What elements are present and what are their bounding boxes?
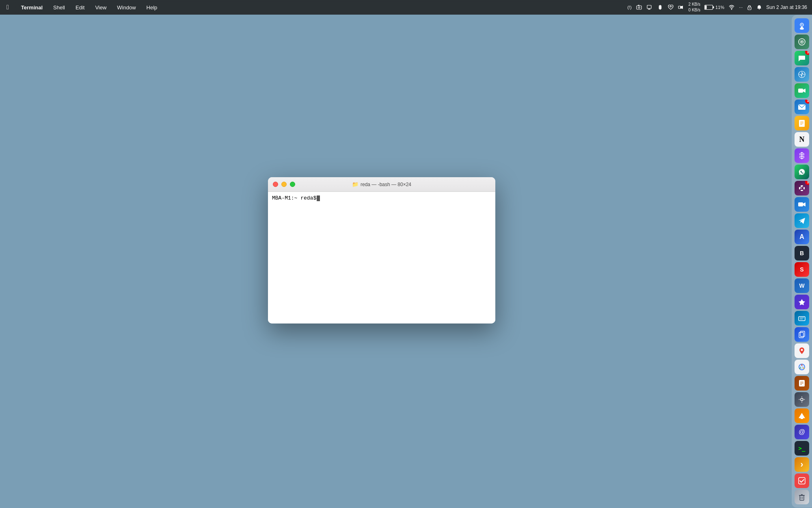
maximize-button[interactable] bbox=[290, 182, 295, 187]
svg-marker-34 bbox=[803, 89, 806, 93]
dock-word[interactable]: W bbox=[795, 278, 809, 293]
menubar-edit[interactable]: Edit bbox=[74, 4, 86, 11]
menubar-view[interactable]: View bbox=[93, 4, 108, 11]
svg-line-57 bbox=[803, 368, 805, 369]
dock-scrobbles[interactable]: S bbox=[795, 262, 809, 277]
svg-rect-44 bbox=[801, 190, 803, 191]
menubar-shell[interactable]: Shell bbox=[52, 4, 67, 11]
dock-artstudio[interactable] bbox=[795, 295, 809, 309]
dock-googlemaps[interactable] bbox=[795, 343, 809, 358]
menubar-right: (!) 2 KB/s 0 KB/s 11% ··· bbox=[627, 2, 807, 13]
lock-icon[interactable] bbox=[747, 4, 752, 10]
svg-marker-32 bbox=[800, 74, 802, 77]
prompt-text: MBA-M1:~ reda$ bbox=[272, 195, 316, 201]
svg-rect-4 bbox=[648, 9, 650, 9]
battery-indicator[interactable]: 11% bbox=[704, 5, 724, 10]
recorder-status[interactable] bbox=[678, 4, 685, 11]
window-buttons bbox=[273, 182, 295, 187]
dock-artstudio2[interactable]: @ bbox=[795, 425, 809, 439]
svg-rect-33 bbox=[798, 89, 803, 93]
dropbox-status[interactable] bbox=[657, 4, 663, 11]
dock-bezel[interactable]: B bbox=[795, 246, 809, 261]
right-dock: 1 1 N 1 bbox=[792, 15, 812, 508]
menubar-help[interactable]: Help bbox=[145, 4, 159, 11]
dock-focus[interactable] bbox=[795, 35, 809, 49]
svg-rect-2 bbox=[638, 5, 639, 6]
svg-marker-47 bbox=[803, 202, 806, 206]
svg-rect-42 bbox=[801, 185, 803, 187]
menubar-window[interactable]: Window bbox=[115, 4, 137, 11]
dock-vlc[interactable] bbox=[795, 408, 809, 423]
wifi-status[interactable] bbox=[728, 4, 735, 11]
dock-taska[interactable] bbox=[795, 473, 809, 488]
svg-rect-17 bbox=[705, 6, 707, 9]
dock-findmy[interactable] bbox=[795, 18, 809, 33]
dock-chevron[interactable]: › bbox=[795, 457, 809, 472]
overflow-menu[interactable]: ··· bbox=[739, 5, 743, 10]
svg-point-20 bbox=[749, 8, 750, 9]
svg-rect-3 bbox=[647, 5, 651, 9]
dock-messages[interactable]: 1 bbox=[795, 51, 809, 65]
svg-rect-67 bbox=[800, 495, 804, 500]
dock-notes[interactable] bbox=[795, 116, 809, 130]
dock-zoom[interactable] bbox=[795, 197, 809, 212]
desktop: 📁 reda — -bash — 80×24 MBA-M1:~ reda$ 1 bbox=[0, 15, 812, 508]
dock-retcon[interactable] bbox=[795, 311, 809, 326]
dock-altstore[interactable]: A bbox=[795, 230, 809, 244]
datetime[interactable]: Sun 2 Jan at 19:36 bbox=[766, 4, 807, 10]
svg-point-1 bbox=[638, 7, 640, 9]
dock-trash[interactable] bbox=[795, 490, 809, 504]
svg-point-45 bbox=[801, 187, 802, 189]
dock-sysprefs[interactable] bbox=[795, 392, 809, 407]
terminal-title: 📁 reda — -bash — 80×24 bbox=[352, 181, 411, 187]
notification-icon[interactable] bbox=[756, 4, 762, 10]
svg-marker-64 bbox=[799, 413, 805, 418]
svg-rect-16 bbox=[713, 7, 714, 9]
screentime-status[interactable] bbox=[646, 4, 653, 11]
folder-icon: 📁 bbox=[352, 181, 358, 187]
dock-terminal[interactable]: >_ bbox=[795, 441, 809, 456]
svg-marker-31 bbox=[802, 72, 803, 74]
dock-whatsapp[interactable] bbox=[795, 165, 809, 179]
dock-slack[interactable]: 1 bbox=[795, 181, 809, 195]
apple-menu[interactable]:  bbox=[5, 3, 11, 12]
svg-rect-48 bbox=[799, 317, 805, 321]
dictation-status[interactable]: (!) bbox=[627, 5, 631, 10]
svg-point-18 bbox=[731, 9, 732, 10]
close-button[interactable] bbox=[273, 182, 278, 187]
dock-notion[interactable]: N bbox=[795, 132, 809, 147]
svg-marker-9 bbox=[659, 7, 662, 10]
terminal-window: 📁 reda — -bash — 80×24 MBA-M1:~ reda$ bbox=[268, 177, 495, 323]
dock-safari[interactable] bbox=[795, 67, 809, 82]
svg-rect-51 bbox=[799, 332, 803, 338]
network-down: 0 KB/s bbox=[689, 8, 700, 13]
menubar:  Terminal Shell Edit View Window Help (… bbox=[0, 0, 812, 15]
battery-percent: 11% bbox=[715, 5, 724, 10]
svg-rect-5 bbox=[648, 9, 650, 10]
menubar-left:  Terminal Shell Edit View Window Help bbox=[5, 3, 159, 12]
dock-mail[interactable]: 1 bbox=[795, 100, 809, 114]
terminal-body[interactable]: MBA-M1:~ reda$ bbox=[268, 192, 495, 323]
menubar-app-name[interactable]: Terminal bbox=[19, 4, 44, 11]
dock-elpass[interactable] bbox=[795, 148, 809, 163]
terminal-titlebar: 📁 reda — -bash — 80×24 bbox=[268, 177, 495, 192]
svg-rect-65 bbox=[801, 418, 803, 419]
dock-facetime[interactable] bbox=[795, 83, 809, 98]
screenshot-status[interactable] bbox=[636, 4, 642, 11]
svg-rect-0 bbox=[637, 6, 641, 9]
svg-rect-41 bbox=[799, 187, 800, 189]
minimize-button[interactable] bbox=[281, 182, 287, 187]
svg-point-53 bbox=[801, 349, 803, 351]
network-status[interactable]: 2 KB/s 0 KB/s bbox=[689, 2, 700, 13]
dock-chrome[interactable] bbox=[795, 360, 809, 374]
terminal-prompt: MBA-M1:~ reda$ bbox=[272, 195, 491, 201]
svg-line-58 bbox=[799, 368, 801, 369]
svg-point-63 bbox=[801, 398, 803, 401]
dock-keka[interactable] bbox=[795, 376, 809, 391]
health-status[interactable] bbox=[667, 4, 674, 11]
dock-copyem[interactable] bbox=[795, 327, 809, 342]
svg-point-24 bbox=[801, 24, 803, 26]
svg-rect-43 bbox=[803, 187, 805, 189]
svg-point-27 bbox=[801, 41, 803, 43]
dock-telegram[interactable] bbox=[795, 213, 809, 228]
